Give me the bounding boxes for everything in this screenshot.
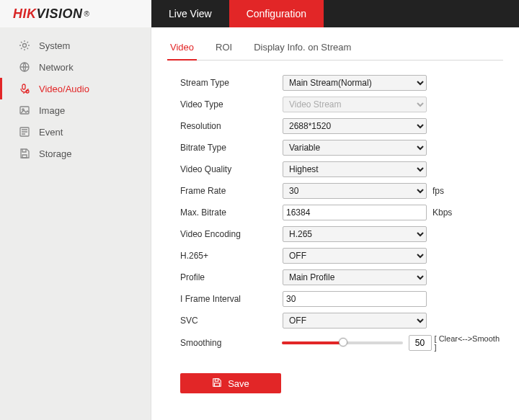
image-icon — [19, 104, 30, 116]
label-frame-rate: Frame Rate — [167, 186, 283, 196]
sidebar-item-label: System — [39, 40, 70, 51]
main: System Network Video/Audio Image Event — [0, 27, 519, 420]
select-video-encoding[interactable]: H.265 — [283, 226, 427, 242]
label-stream-type: Stream Type — [167, 78, 283, 88]
mic-settings-icon — [19, 83, 30, 94]
sidebar-item-network[interactable]: Network — [0, 56, 151, 78]
sidebar-item-storage[interactable]: Storage — [0, 143, 151, 164]
subtab-display-info[interactable]: Display Info. on Stream — [251, 37, 354, 60]
select-frame-rate[interactable]: 30 — [283, 183, 427, 199]
save-icon — [19, 148, 30, 159]
select-video-quality[interactable]: Highest — [283, 161, 427, 177]
subtabs: Video ROI Display Info. on Stream — [167, 37, 503, 61]
select-stream-type[interactable]: Main Stream(Normal) — [283, 75, 427, 91]
sidebar-item-label: Event — [39, 127, 63, 138]
sidebar: System Network Video/Audio Image Event — [0, 27, 151, 420]
select-bitrate-type[interactable]: Variable — [283, 140, 427, 156]
sidebar-item-system[interactable]: System — [0, 35, 151, 56]
content: Video ROI Display Info. on Stream Stream… — [151, 27, 519, 420]
brand-registered: ® — [84, 10, 89, 18]
smoothing-legend: [ Clear<-->Smooth ] — [435, 334, 503, 352]
input-iframe[interactable] — [283, 291, 427, 307]
select-video-type: Video Stream — [283, 97, 427, 112]
svg-point-0 — [23, 44, 27, 48]
tab-configuration[interactable]: Configuration — [229, 0, 324, 27]
svg-rect-8 — [215, 383, 220, 385]
slider-smoothing[interactable] — [282, 336, 403, 349]
select-resolution[interactable]: 2688*1520 — [283, 118, 427, 134]
save-button-label: Save — [228, 378, 249, 389]
svg-point-3 — [26, 90, 29, 93]
brand-part1: HIK — [13, 6, 37, 22]
label-h265plus: H.265+ — [167, 251, 283, 261]
input-max-bitrate[interactable] — [283, 205, 427, 220]
unit-fps: fps — [432, 186, 444, 196]
subtab-roi[interactable]: ROI — [213, 37, 235, 60]
subtab-video[interactable]: Video — [167, 37, 197, 60]
globe-icon — [19, 61, 30, 73]
sidebar-item-label: Network — [39, 62, 74, 73]
sidebar-item-image[interactable]: Image — [0, 99, 151, 121]
unit-kbps: Kbps — [432, 207, 452, 218]
sidebar-item-video-audio[interactable]: Video/Audio — [0, 78, 151, 99]
label-resolution: Resolution — [167, 121, 283, 131]
sidebar-item-label: Video/Audio — [39, 84, 89, 94]
sidebar-item-label: Image — [39, 105, 65, 116]
select-svc[interactable]: OFF — [283, 313, 427, 329]
input-smoothing-value[interactable] — [409, 335, 432, 351]
save-button[interactable]: Save — [180, 373, 281, 393]
brand-logo: HIKVISION® — [0, 0, 151, 27]
label-iframe: I Frame Interval — [167, 294, 283, 304]
svg-rect-2 — [22, 84, 25, 89]
label-max-bitrate: Max. Bitrate — [167, 207, 283, 218]
sidebar-item-label: Storage — [39, 148, 72, 159]
tab-live-view[interactable]: Live View — [151, 0, 229, 27]
label-video-encoding: Video Encoding — [167, 229, 283, 239]
top-bar: HIKVISION® Live View Configuration — [0, 0, 519, 27]
sidebar-item-event[interactable]: Event — [0, 121, 151, 143]
label-video-quality: Video Quality — [167, 164, 283, 174]
label-profile: Profile — [167, 272, 283, 282]
brand-part2: VISION — [37, 6, 83, 22]
save-icon — [212, 377, 222, 390]
select-profile[interactable]: Main Profile — [283, 269, 427, 285]
label-video-type: Video Type — [167, 99, 283, 110]
label-svc: SVC — [167, 316, 283, 326]
gear-icon — [19, 40, 30, 51]
label-smoothing: Smoothing — [167, 338, 282, 348]
select-h265plus[interactable]: OFF — [283, 248, 427, 264]
label-bitrate-type: Bitrate Type — [167, 143, 283, 153]
svg-rect-7 — [216, 378, 218, 381]
list-icon — [19, 126, 30, 138]
